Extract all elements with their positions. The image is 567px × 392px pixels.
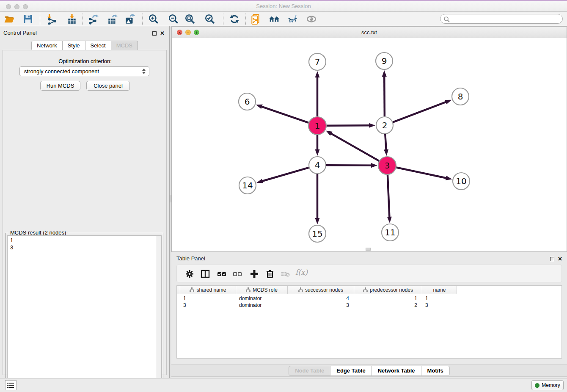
zoom-fit-icon[interactable] [184,14,195,25]
dropdown-stepper-icon [142,69,146,74]
edge-2-3[interactable] [385,134,386,151]
svg-text:6: 6 [245,97,250,107]
graph-node-10[interactable]: 10 [453,173,470,190]
main-toolbar [0,12,567,26]
memory-button[interactable]: Memory [531,380,564,390]
select-all-rows-icon[interactable] [217,269,227,279]
svg-text:4: 4 [315,160,320,170]
graph-node-3[interactable]: 3 [378,157,396,174]
graph-node-1[interactable]: 1 [308,117,326,135]
tab-style[interactable]: Style [63,41,85,51]
delete-table-icon[interactable] [281,269,291,279]
mcds-tab-content: Optimization criterion: strongly connect… [3,50,167,375]
window-title: Session: New Session [0,3,567,9]
column-header-name[interactable]: name [422,286,457,294]
zoom-selected-icon[interactable] [204,14,215,25]
open-folder-icon[interactable] [4,14,15,25]
add-column-icon[interactable] [249,269,259,279]
table-settings-icon[interactable] [184,269,195,279]
graph-node-9[interactable]: 9 [376,52,393,69]
edge-4-3[interactable] [326,165,373,166]
cell-shared-name[interactable]: 1 [180,295,236,302]
mcds-result-lines: 13 [10,237,161,251]
deselect-all-rows-icon[interactable] [232,269,242,279]
nested-networks-icon[interactable] [269,14,280,25]
mcds-result-textarea[interactable]: 13 [7,235,162,391]
graph-node-15[interactable]: 15 [309,225,326,242]
import-table-icon[interactable] [66,14,77,25]
cell-predecessor-nodes[interactable]: 1 [354,295,422,302]
show-all-icon[interactable] [306,14,317,25]
graph-node-6[interactable]: 6 [239,93,256,110]
edge-3-11[interactable] [388,175,390,218]
edge-arrowhead [315,71,320,77]
export-table-icon[interactable] [107,14,118,25]
tab-motifs[interactable]: Motifs [421,366,450,376]
cell-MCDS-role[interactable]: dominator [236,302,288,309]
cell-name[interactable]: 3 [422,302,457,309]
graph-node-11[interactable]: 11 [382,224,399,241]
hide-selected-icon[interactable] [287,14,298,25]
new-network-from-selection-icon[interactable] [250,14,261,25]
export-image-icon[interactable] [124,14,135,25]
mcds-result-title: MCDS result (2 nodes) [8,229,68,236]
run-mcds-button[interactable]: Run MCDS [40,81,80,91]
column-header-successor-nodes[interactable]: successor nodes [288,286,354,294]
search-input[interactable] [451,15,559,23]
table-panel-title: Table Panel [176,254,205,262]
control-panel-float-icon[interactable] [152,30,157,37]
save-session-icon[interactable] [22,14,33,25]
edge-4-14[interactable] [261,168,309,182]
criterion-dropdown[interactable]: strongly connected component [19,66,149,76]
edge-3-1[interactable] [330,133,379,161]
apply-function-icon[interactable]: f(x) [295,268,310,278]
zoom-out-icon[interactable] [168,14,179,25]
network-resize-grip[interactable] [366,248,371,251]
edge-1-6[interactable] [260,106,308,123]
column-header-MCDS-role[interactable]: MCDS role [236,286,288,294]
control-panel-close-icon[interactable]: ✕ [160,29,165,37]
cell-successor-nodes[interactable]: 4 [288,295,354,302]
graph-node-8[interactable]: 8 [452,88,469,105]
show-column-panel-icon[interactable] [200,269,210,279]
task-history-button[interactable] [5,380,17,390]
graph-node-2[interactable]: 2 [376,117,393,134]
zoom-in-icon[interactable] [148,14,159,25]
column-type-icon [298,287,303,292]
tab-edge-table[interactable]: Edge Table [330,366,372,376]
tab-mcds[interactable]: MCDS [111,41,138,51]
node-table[interactable]: shared nameMCDS rolesuccessor nodesprede… [176,285,562,359]
column-header-shared-name[interactable]: shared name [180,286,236,294]
edge-1-2[interactable] [327,125,371,126]
graph-node-4[interactable]: 4 [309,157,326,174]
result-scrollbar[interactable] [156,236,161,391]
tab-node-table[interactable]: Node Table [289,366,330,376]
cell-shared-name[interactable]: 3 [180,302,236,309]
cell-MCDS-role[interactable]: dominator [236,295,288,302]
tab-network[interactable]: Network [31,41,63,51]
table-panel-close-icon[interactable]: ✕ [558,255,562,262]
tab-select[interactable]: Select [85,41,111,51]
column-header-predecessor-nodes[interactable]: predecessor nodes [354,286,422,294]
mcds-result-line: 1 [10,237,161,244]
tab-network-table[interactable]: Network Table [372,366,421,376]
delete-column-icon[interactable] [265,269,275,279]
cell-predecessor-nodes[interactable]: 2 [354,302,422,309]
cell-name[interactable]: 1 [422,295,457,302]
close-panel-button[interactable]: Close panel [86,81,130,91]
column-type-icon [363,287,368,292]
graph-node-14[interactable]: 14 [239,177,256,194]
import-network-icon[interactable] [46,14,57,25]
export-network-icon[interactable] [88,14,99,25]
table-panel-float-icon[interactable] [550,255,554,263]
refresh-view-icon[interactable] [229,14,240,25]
graph-node-7[interactable]: 7 [309,53,326,70]
search-icon [443,16,450,23]
cell-successor-nodes[interactable]: 3 [288,302,354,309]
edge-2-8[interactable] [393,102,448,122]
edge-2-9[interactable] [384,75,385,116]
search-field[interactable] [440,14,563,24]
edge-3-10[interactable] [396,168,448,179]
network-canvas[interactable]: 7968124314101511 [172,38,567,248]
svg-text:7: 7 [315,57,320,67]
